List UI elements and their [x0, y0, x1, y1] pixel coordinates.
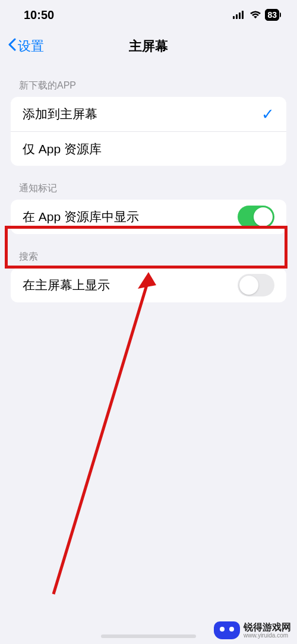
back-label: 设置 [18, 37, 44, 55]
status-time: 10:50 [24, 8, 54, 22]
watermark-url: www.yiruida.com [244, 632, 291, 639]
row-add-to-home[interactable]: 添加到主屏幕 ✓ [11, 97, 286, 131]
list-group-search: 在主屏幕上显示 [11, 268, 286, 302]
wifi-icon [249, 11, 261, 19]
checkmark-icon: ✓ [261, 105, 274, 124]
watermark-logo-icon [214, 621, 240, 639]
status-right: 83 [233, 9, 279, 21]
row-label: 仅 App 资源库 [23, 141, 102, 157]
row-label: 添加到主屏幕 [23, 106, 97, 122]
toggle-show-in-library[interactable] [238, 206, 274, 228]
cellular-icon [233, 11, 246, 19]
watermark-name: 锐得游戏网 [244, 622, 291, 633]
toggle-show-on-home[interactable] [238, 274, 274, 296]
svg-rect-1 [236, 14, 238, 19]
nav-bar: 设置 主屏幕 [0, 30, 297, 63]
list-group-new-apps: 添加到主屏幕 ✓ 仅 App 资源库 [11, 97, 286, 166]
svg-line-4 [53, 279, 148, 594]
list-group-badges: 在 App 资源库中显示 [11, 200, 286, 234]
svg-rect-0 [233, 16, 235, 19]
back-button[interactable]: 设置 [0, 37, 44, 55]
section-header-badges: 通知标记 [0, 166, 297, 200]
chevron-left-icon [7, 38, 17, 55]
battery-icon: 83 [265, 9, 279, 21]
watermark: 锐得游戏网 www.yiruida.com [214, 621, 291, 639]
svg-rect-3 [242, 11, 244, 19]
row-label: 在 App 资源库中显示 [23, 209, 139, 225]
annotation-arrow [36, 267, 166, 600]
row-label: 在主屏幕上显示 [23, 277, 110, 293]
row-app-library-only[interactable]: 仅 App 资源库 [11, 131, 286, 166]
svg-rect-2 [239, 12, 241, 19]
section-header-search: 搜索 [0, 234, 297, 268]
page-title: 主屏幕 [129, 37, 168, 55]
row-show-in-library[interactable]: 在 App 资源库中显示 [11, 200, 286, 234]
status-bar: 10:50 83 [0, 0, 297, 30]
section-header-new-apps: 新下载的APP [0, 63, 297, 97]
row-show-on-home[interactable]: 在主屏幕上显示 [11, 268, 286, 302]
home-indicator [101, 634, 196, 638]
